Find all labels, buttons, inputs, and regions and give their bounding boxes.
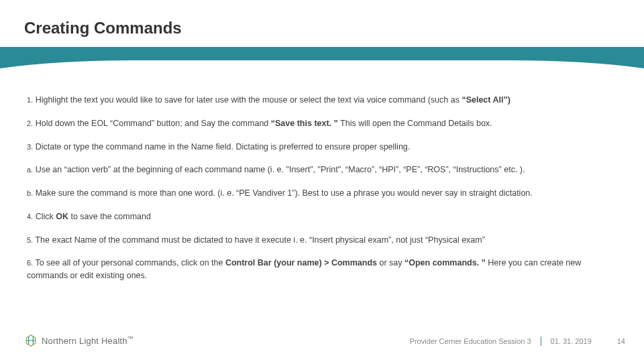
item-prefix: b. [27,189,33,197]
item-text: Make sure the command is more than one w… [33,188,533,198]
list-item: 5. The exact Name of the command must be… [27,234,617,247]
footer-right: Provider Cerner Education Session 3 01. … [410,337,625,346]
item-bold: “Save this text. ” [271,119,338,128]
item-text: The exact Name of the command must be di… [33,235,485,245]
logo-name: Northern Light Health [42,336,127,346]
item-prefix: 6. [27,259,33,267]
item-bold: “Select All”) [462,95,510,105]
item-text: Highlight the text you would like to sav… [33,95,462,105]
brand-logo: Northern Light Health™ [24,334,133,347]
slide: Creating Commands 1. Highlight the text … [0,0,644,362]
list-item: 2. Hold down the EOL “Command” button; a… [27,117,617,130]
item-prefix: 4. [27,213,33,221]
item-bold: “Open commands. ” [405,258,486,267]
footer: Northern Light Health™ Provider Cerner E… [0,333,644,353]
list-item: 6. To see all of your personal commands,… [27,257,617,282]
item-text: Hold down the EOL “Command” button; and … [33,119,271,128]
content-body: 1. Highlight the text you would like to … [27,94,617,293]
list-item: 3. Dictate or type the command name in t… [27,141,617,154]
item-bold: OK [56,212,68,221]
item-prefix: 5. [27,236,33,244]
list-item: a. Use an “action verb” at the beginning… [27,164,617,176]
item-text: Use an “action verb” at the beginning of… [33,165,525,174]
item-prefix: 3. [27,143,33,151]
item-text: Dictate or type the command name in the … [33,142,410,152]
item-text: To see all of your personal commands, cl… [33,258,225,267]
logo-text: Northern Light Health™ [42,335,133,346]
footer-separator [541,337,541,346]
list-item: 4. Click OK to save the command [27,210,617,223]
page-title: Creating Commands [24,19,182,38]
list-item: 1. Highlight the text you would like to … [27,94,617,107]
trademark-symbol: ™ [127,335,133,342]
item-prefix: 1. [27,96,33,104]
list-item: b. Make sure the command is more than on… [27,187,617,200]
item-prefix: 2. [27,119,33,127]
page-number: 14 [617,337,625,345]
item-text: to save the command [68,212,151,221]
item-text: This will open the Command Details box. [338,119,492,128]
footer-session: Provider Cerner Education Session 3 [410,337,531,345]
footer-date: 01. 31. 2019 [551,337,592,345]
item-prefix: a. [27,166,33,174]
item-text: or say [377,258,405,267]
item-text: Click [33,212,56,221]
item-bold: Control Bar (your name) > Commands [225,258,377,267]
logo-mark-icon [24,334,38,347]
